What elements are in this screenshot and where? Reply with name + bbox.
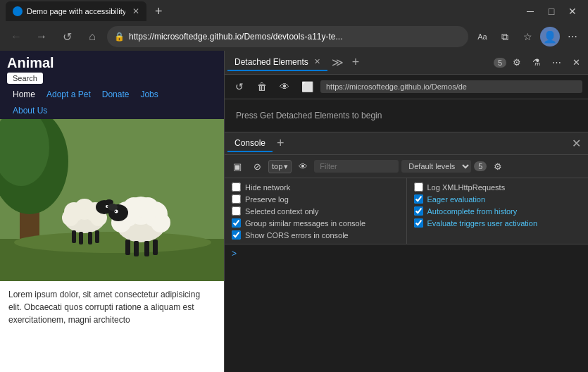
tab-detached-elements[interactable]: Detached Elements ✕: [227, 54, 327, 71]
nav-home[interactable]: Home: [7, 87, 41, 102]
selected-context-checkbox[interactable]: [232, 206, 241, 216]
eager-eval-checkbox[interactable]: [414, 194, 423, 204]
tab-close-icon[interactable]: ✕: [132, 6, 139, 16]
devtools-panel: Detached Elements ✕ ≫ + 5 ⚙ ⚗ ⋯ ✕ ↺ 🗑 👁 …: [224, 51, 588, 372]
devtools-overflow-button[interactable]: ≫: [327, 56, 348, 69]
log-xmlhttp-option[interactable]: Log XMLHttpRequests: [414, 182, 582, 192]
split-screen-button[interactable]: ⧉: [495, 27, 515, 46]
url-input[interactable]: [129, 32, 461, 42]
tab-title: Demo page with accessibility iss...: [27, 7, 125, 16]
devtools-close-button[interactable]: ✕: [567, 54, 585, 72]
settings-button[interactable]: ⋯: [563, 27, 582, 46]
console-clear-button[interactable]: ▣: [229, 158, 246, 175]
tab-console[interactable]: Console: [227, 135, 273, 152]
lock-icon: 🔒: [114, 32, 125, 42]
hide-network-option[interactable]: Hide network: [232, 182, 399, 192]
devtools-experiment-button[interactable]: ⚗: [527, 54, 546, 72]
svg-point-10: [62, 209, 79, 226]
search-label: Search: [13, 74, 37, 82]
devtools-add-tab-button[interactable]: +: [348, 55, 364, 70]
console-context-selector[interactable]: top ▾: [268, 160, 292, 173]
close-button[interactable]: ✕: [563, 1, 582, 21]
minimize-button[interactable]: ─: [520, 1, 540, 21]
detach-refresh-button[interactable]: ↺: [230, 78, 249, 96]
svg-rect-34: [144, 241, 149, 256]
page-body-text: Lorem ipsum dolor, sit amet consectetur …: [0, 281, 224, 333]
console-tab-bar: Console + ✕: [225, 132, 588, 155]
detached-elements-toolbar: ↺ 🗑 👁 ⬜: [225, 75, 588, 99]
evaluate-triggers-checkbox[interactable]: [414, 218, 423, 228]
svg-rect-19: [95, 230, 99, 243]
preserve-log-checkbox[interactable]: [232, 194, 241, 204]
navbar: ← → ↺ ⌂ 🔒 Aa ⧉ ☆ 👤 ⋯: [0, 23, 588, 51]
evaluate-triggers-option[interactable]: Evaluate triggers user activation: [414, 218, 582, 228]
nav-adopt[interactable]: Adopt a Pet: [41, 87, 96, 102]
console-options-panel: Hide network Preserve log Selected conte…: [225, 178, 588, 244]
svg-rect-35: [153, 240, 158, 255]
new-tab-button[interactable]: +: [149, 3, 168, 20]
browser-tab-active[interactable]: Demo page with accessibility iss... ✕: [6, 1, 146, 21]
profile-button[interactable]: 👤: [540, 27, 560, 46]
svg-point-31: [115, 211, 116, 212]
show-cors-checkbox[interactable]: [232, 230, 241, 240]
preserve-log-option[interactable]: Preserve log: [232, 194, 399, 204]
close-detached-tab-icon[interactable]: ✕: [314, 57, 320, 66]
tab-favicon: [13, 6, 23, 16]
nav-donate[interactable]: Donate: [96, 87, 135, 102]
refresh-button[interactable]: ↺: [56, 26, 77, 47]
nav-jobs[interactable]: Jobs: [135, 87, 163, 102]
maximize-button[interactable]: □: [542, 1, 561, 21]
sheep-image: [0, 119, 224, 281]
console-level-selector[interactable]: Default levels: [401, 160, 471, 173]
devtools-settings-button[interactable]: ⚙: [508, 54, 526, 72]
nav-icons: Aa ⧉ ☆ 👤 ⋯: [473, 27, 582, 46]
console-filter-input[interactable]: [314, 160, 399, 173]
svg-rect-33: [134, 241, 139, 256]
detached-url-input[interactable]: [320, 80, 582, 93]
devtools-toolbar-icons: 5 ⚙ ⚗ ⋯ ✕: [494, 54, 585, 72]
autocomplete-option[interactable]: Autocomplete from history: [414, 206, 582, 216]
hide-network-checkbox[interactable]: [232, 182, 241, 192]
log-xmlhttp-checkbox[interactable]: [414, 182, 423, 192]
console-eye-button[interactable]: 👁: [294, 158, 311, 175]
svg-rect-18: [88, 232, 92, 244]
forward-button[interactable]: →: [31, 26, 52, 47]
address-bar[interactable]: 🔒: [107, 26, 468, 47]
prompt-arrow-icon: >: [232, 249, 237, 259]
home-button[interactable]: ⌂: [82, 26, 103, 47]
devtools-more-button[interactable]: ⋯: [547, 54, 565, 72]
console-gear-button[interactable]: ⚙: [489, 158, 506, 175]
selected-context-option[interactable]: Selected context only: [232, 206, 399, 216]
favorites-button[interactable]: ☆: [518, 27, 537, 46]
search-box[interactable]: Search: [7, 73, 43, 84]
console-panel: Console + ✕ ▣ ⊘ top ▾ 👁 Default levels: [225, 132, 588, 372]
detach-record-button[interactable]: ⬜: [298, 78, 316, 96]
webpage-preview: Animal Search Home Adopt a Pet Donate Jo…: [0, 51, 224, 372]
svg-rect-32: [125, 240, 130, 255]
about-us-link[interactable]: About Us: [7, 102, 217, 119]
detach-trash-button[interactable]: 🗑: [253, 78, 271, 96]
back-button[interactable]: ←: [6, 26, 27, 47]
detach-eye-button[interactable]: 👁: [275, 78, 294, 96]
group-similar-checkbox[interactable]: [232, 218, 241, 228]
titlebar: Demo page with accessibility iss... ✕ + …: [0, 0, 588, 23]
console-options-right: Log XMLHttpRequests Eager evaluation Aut…: [407, 178, 589, 244]
group-similar-option[interactable]: Group similar messages in console: [232, 218, 399, 228]
autocomplete-checkbox[interactable]: [414, 206, 423, 216]
reader-mode-button[interactable]: Aa: [473, 27, 492, 46]
svg-point-29: [108, 204, 118, 211]
page-nav: Home Adopt a Pet Donate Jobs: [7, 87, 217, 102]
console-block-button[interactable]: ⊘: [249, 158, 265, 175]
console-close-button[interactable]: ✕: [568, 137, 585, 150]
svg-point-27: [137, 197, 159, 220]
devtools-tab-bar: Detached Elements ✕ ≫ + 5 ⚙ ⚗ ⋯ ✕: [225, 51, 588, 75]
issues-badge: 5: [494, 58, 506, 68]
show-cors-option[interactable]: Show CORS errors in console: [232, 230, 399, 240]
svg-rect-16: [72, 230, 76, 243]
console-add-tab-button[interactable]: +: [273, 136, 289, 151]
eager-eval-option[interactable]: Eager evaluation: [414, 194, 582, 204]
console-prompt-area[interactable]: >: [225, 244, 588, 263]
console-issues-badge: 5: [474, 161, 487, 171]
svg-rect-17: [79, 232, 83, 244]
svg-point-5: [14, 232, 211, 253]
